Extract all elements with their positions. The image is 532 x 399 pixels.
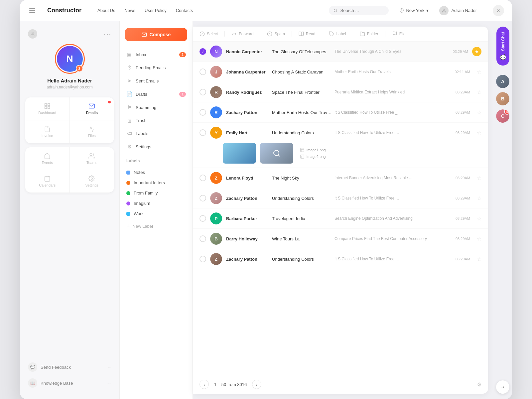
nav-calendars[interactable]: Calendars: [25, 170, 70, 193]
toolbar-forward[interactable]: Forward: [231, 31, 253, 37]
email-check-1[interactable]: ✓: [200, 48, 206, 55]
toolbar-fix[interactable]: Fix: [392, 31, 405, 37]
email-content-3: Randy Rodriguez Space The Final Frontier…: [226, 90, 446, 95]
label-important[interactable]: Important letters: [126, 178, 186, 188]
email-row-4[interactable]: R Zachary Patton Mother Earth Hosts Our …: [193, 102, 488, 123]
nav-teams[interactable]: Teams: [70, 147, 114, 170]
label-family[interactable]: From Family: [126, 188, 186, 198]
toolbar-label[interactable]: Label: [329, 31, 346, 37]
menu-drafts[interactable]: 📄 Drafts 1: [120, 87, 193, 101]
close-button[interactable]: [493, 5, 504, 16]
profile-name: Hello Adrain Nader: [47, 78, 92, 83]
nav-invoice[interactable]: Invoice: [25, 120, 70, 143]
email-content-5: Emily Hart Understanding Colors It S Cla…: [226, 130, 446, 135]
attachment-thumb-1[interactable]: [223, 143, 256, 164]
menu-labels[interactable]: 🏷 Labels: [120, 127, 193, 140]
menu-inbox[interactable]: ▣ Inbox 2: [120, 48, 193, 61]
email-star-10[interactable]: ☆: [477, 256, 481, 262]
toolbar-folder[interactable]: Folder: [360, 31, 378, 37]
email-check-2[interactable]: [200, 68, 206, 75]
toolbar-select[interactable]: Select: [200, 31, 218, 37]
email-star-1[interactable]: ★: [472, 47, 481, 56]
email-star-5[interactable]: ☆: [477, 130, 481, 136]
pagination-prev[interactable]: ‹: [200, 380, 209, 389]
menu-pending[interactable]: ⏱ Pending Emails: [120, 61, 193, 74]
label-work[interactable]: Work: [126, 208, 186, 219]
label-notes[interactable]: Notes: [126, 167, 186, 178]
nav-events[interactable]: Events: [25, 147, 70, 170]
left-sidebar: ··· N 2 Hello Adrain Nader adrain.nader@…: [20, 21, 120, 399]
email-row-1[interactable]: ✓ N Nannie Carpenter The Glossary Of Tel…: [193, 42, 488, 62]
email-star-8[interactable]: ☆: [477, 215, 481, 222]
menu-sent[interactable]: ➤ Sent Emails: [120, 74, 193, 87]
menu-trash[interactable]: 🗑 Trash: [120, 114, 193, 127]
nav-files[interactable]: Files: [70, 120, 114, 143]
sidebar-more-icon[interactable]: ···: [104, 30, 111, 38]
email-check-8[interactable]: [200, 215, 206, 222]
profile-email: adrain.nader@yahoo.com: [47, 85, 92, 89]
email-star-6[interactable]: ☆: [477, 175, 481, 181]
email-attachments-5: image1.png image2.png: [193, 143, 488, 168]
pagination-next[interactable]: ›: [252, 380, 261, 389]
label-imagium[interactable]: Imagium: [126, 198, 186, 208]
nav-about[interactable]: About Us: [97, 8, 115, 13]
send-feedback-item[interactable]: 💬 Send Feedback →: [25, 359, 114, 375]
right-avatar-2[interactable]: B: [496, 92, 509, 105]
email-row-8[interactable]: P Barbara Parker Travelagent India Searc…: [193, 208, 488, 229]
email-row-5[interactable]: Y Emily Hart Understanding Colors It S C…: [193, 123, 488, 143]
label-toolbar-label: Label: [336, 32, 346, 36]
email-row-3[interactable]: R Randy Rodriguez Space The Final Fronti…: [193, 82, 488, 102]
email-star-7[interactable]: ☆: [477, 195, 481, 201]
email-list-panel: Select Forward Spam Read: [193, 27, 488, 394]
toolbar-spam[interactable]: Spam: [267, 31, 285, 37]
email-row-6[interactable]: Z Lenora Floyd The Night Sky Internet Ba…: [193, 168, 488, 188]
nav-settings[interactable]: Settings: [70, 170, 114, 193]
start-chat-button[interactable]: 💬 Start Chat: [496, 27, 509, 66]
svg-point-17: [91, 178, 93, 180]
nav-emails[interactable]: Emails: [70, 97, 114, 120]
right-nav-arrow[interactable]: →: [496, 380, 509, 394]
email-row-7[interactable]: Z Zachary Patton Understanding Colors It…: [193, 188, 488, 208]
email-check-3[interactable]: [200, 89, 206, 95]
menu-icon[interactable]: [28, 7, 37, 14]
email-check-6[interactable]: [200, 175, 206, 181]
attachment-file-2[interactable]: image2.png: [300, 154, 326, 159]
email-sender-9: Barry Holloway: [226, 236, 269, 241]
email-row-9[interactable]: B Barry Holloway Wine Tours La Compare P…: [193, 229, 488, 249]
nav-contacts[interactable]: Contacts: [176, 8, 193, 13]
email-check-5[interactable]: [200, 129, 206, 136]
attachment-thumb-2[interactable]: [260, 143, 293, 164]
knowledge-base-item[interactable]: 📖 Knowledge Base →: [25, 375, 114, 391]
location-selector[interactable]: New York ▾: [399, 8, 429, 13]
email-star-9[interactable]: ☆: [477, 236, 481, 242]
nav-policy[interactable]: User Policy: [145, 8, 167, 13]
email-avatar-9: B: [210, 233, 222, 245]
avatar-badge-3: 8: [504, 109, 509, 115]
email-check-10[interactable]: [200, 256, 206, 262]
attachment-file-1[interactable]: image1.png: [300, 148, 326, 152]
pagination-settings-icon[interactable]: ⚙: [477, 381, 481, 388]
menu-spamming[interactable]: ⚑ Spamming: [120, 101, 193, 114]
drafts-badge: 1: [179, 92, 186, 97]
nav-news[interactable]: News: [124, 8, 135, 13]
email-check-4[interactable]: [200, 109, 206, 116]
right-avatar-3[interactable]: C 8: [496, 109, 509, 123]
compose-button[interactable]: Compose: [125, 28, 187, 41]
search-input[interactable]: [340, 8, 384, 13]
email-star-2[interactable]: ☆: [477, 69, 481, 75]
search-bar[interactable]: [329, 6, 389, 15]
email-row-2[interactable]: J Johanna Carpenter Choosing A Static Ca…: [193, 62, 488, 82]
toolbar-read[interactable]: Read: [299, 31, 316, 37]
nav-dashboard[interactable]: Dashboard: [25, 97, 70, 120]
email-check-7[interactable]: [200, 195, 206, 201]
email-row-10[interactable]: Z Zachary Patton Understanding Colors It…: [193, 249, 488, 269]
email-star-3[interactable]: ☆: [477, 89, 481, 95]
email-check-9[interactable]: [200, 235, 206, 242]
email-content-8: Barbara Parker Travelagent India Search …: [226, 216, 446, 221]
new-label-button[interactable]: + New Label: [126, 220, 186, 232]
right-avatar-1[interactable]: A: [496, 75, 509, 88]
user-menu[interactable]: Adrain Nader: [439, 6, 477, 15]
email-star-4[interactable]: ☆: [477, 109, 481, 116]
notes-label: Notes: [134, 170, 145, 175]
menu-settings[interactable]: ⚙ Settings: [120, 140, 193, 153]
